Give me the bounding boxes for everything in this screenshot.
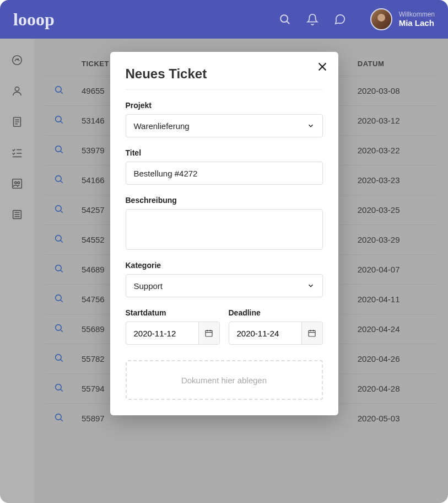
startdatum-input[interactable]: 2020-11-12 [126, 322, 198, 344]
svg-rect-45 [206, 330, 212, 336]
logo: looop [13, 9, 279, 30]
search-icon[interactable] [279, 13, 291, 25]
kategorie-label: Kategorie [126, 261, 323, 270]
user-name: Mia Lach [399, 18, 435, 28]
document-dropzone[interactable]: Dokument hier ablegen [126, 360, 323, 400]
modal-title: Neues Ticket [126, 66, 323, 90]
kategorie-select[interactable]: Support [126, 274, 323, 297]
chevron-down-icon [307, 282, 315, 290]
svg-line-1 [287, 22, 289, 24]
welcome-label: Willkommen [399, 10, 435, 18]
titel-label: Titel [126, 148, 323, 157]
close-icon[interactable] [316, 61, 328, 73]
new-ticket-modal: Neues Ticket Projekt Warenlieferung Tite… [110, 52, 338, 415]
calendar-icon [204, 329, 213, 338]
top-bar: looop Willkommen Mia Lach [0, 0, 448, 39]
deadline-input[interactable]: 2020-11-24 [229, 322, 301, 344]
deadline-picker-button[interactable] [301, 322, 322, 344]
projekt-select[interactable]: Warenlieferung [126, 114, 323, 137]
beschreibung-label: Beschreibung [126, 196, 323, 205]
chat-icon[interactable] [334, 13, 346, 25]
titel-input[interactable] [134, 169, 315, 178]
bell-icon[interactable] [306, 13, 319, 25]
avatar [370, 8, 392, 30]
chevron-down-icon [307, 122, 315, 130]
beschreibung-textarea[interactable] [134, 215, 315, 244]
deadline-label: Deadline [229, 308, 323, 317]
user-menu[interactable]: Willkommen Mia Lach [370, 8, 435, 30]
calendar-icon [307, 329, 316, 338]
projekt-label: Projekt [126, 101, 323, 110]
startdatum-picker-button[interactable] [198, 322, 219, 344]
svg-point-0 [280, 15, 288, 22]
svg-rect-49 [309, 330, 315, 336]
startdatum-label: Startdatum [126, 308, 220, 317]
